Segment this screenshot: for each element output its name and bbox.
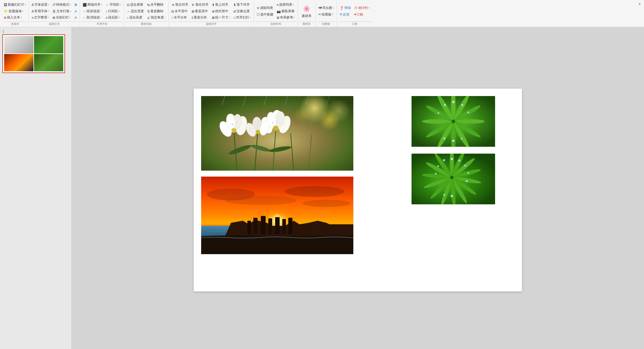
thumb-photo-green1: [34, 36, 63, 53]
svg-point-67: [303, 200, 350, 207]
subscribe-button[interactable]: ♥ 订购: [353, 11, 371, 18]
svg-point-98: [458, 159, 460, 161]
h-distribute-button[interactable]: ⫶ 水平分布: [170, 15, 190, 21]
svg-point-65: [285, 186, 344, 197]
swap-pos-button[interactable]: ⇄ 交换位置: [232, 8, 252, 15]
thumb-photo-flowers: [4, 36, 33, 53]
svg-point-38: [277, 121, 278, 122]
cancel-indent-button[interactable]: ← 取消缩进 ▾: [81, 15, 104, 21]
ribbon-toolbar: 🖼 新建幻灯片 ▾ 📁 批量媒体 ▾ A 插入文本 ▾: [0, 1, 644, 27]
canvas-area: [72, 27, 644, 349]
insert-text-button[interactable]: A 插入文本 ▾: [2, 15, 27, 21]
screenshot-button[interactable]: 📷 截取屏幕: [275, 8, 296, 15]
align-bottom-button[interactable]: ⬇ 靠下对齐: [232, 2, 252, 8]
feedback-button[interactable]: ✉ 反馈: [338, 11, 352, 18]
align-slide-button[interactable]: □ 对齐幻灯 ▾: [232, 15, 252, 21]
photo-green1[interactable]: [412, 96, 495, 147]
select-same-button[interactable]: ≡ 选择同类 ▾: [275, 2, 296, 8]
svg-rect-78: [268, 218, 272, 234]
v-flip-button[interactable]: ⇅ 垂直翻转: [146, 8, 167, 15]
ribbon-group-media: 🖼 新建幻灯片 ▾ 📁 批量媒体 ▾ A 插入文本 ▾: [1, 1, 29, 26]
countdown-button[interactable]: ⏱ 倒计时 ▾: [353, 5, 371, 11]
layout-ref-button[interactable]: ⊞ 布局参考 ▾: [275, 15, 296, 21]
para-after-button[interactable]: ≡ 段后距 ▾: [104, 15, 123, 21]
spacing-group-label: 常用字距: [81, 21, 123, 26]
svg-point-4: [294, 105, 312, 123]
align-right-button[interactable]: ⫸ 靠右对齐: [190, 2, 210, 8]
batch-media-button[interactable]: 📁 批量媒体 ▾: [2, 8, 27, 15]
slide-panel: 1: [0, 27, 72, 349]
h-flip-button[interactable]: ⇆ 水平翻转: [146, 2, 167, 8]
photo-green2[interactable]: [412, 154, 495, 204]
svg-point-97: [451, 158, 453, 160]
v-center-button[interactable]: ⊞ 垂直居中: [190, 8, 210, 15]
material-lib-button[interactable]: 🌸 素材库: [299, 3, 314, 20]
ribbon-group-material: 🌸 素材库 素材库: [298, 1, 316, 26]
uniform-size-button[interactable]: ⊠ 统一尺寸 ▾: [210, 15, 232, 21]
svg-point-66: [225, 196, 297, 205]
svg-rect-77: [261, 216, 266, 234]
select-new-button[interactable]: ☐ 选中新建: [255, 11, 275, 18]
common-font-button[interactable]: A 常用字体 ▾: [30, 8, 51, 15]
line-spacing-button[interactable]: ↕ 行间距 ▾: [104, 8, 123, 15]
help-button[interactable]: ❓ 帮助: [338, 5, 352, 11]
svg-point-57: [452, 140, 455, 142]
bold-button[interactable]: B: [73, 2, 78, 8]
ribbon-group-layout: ✕ 清除同类 ☐ 选中新建 ≡ 选择同类 ▾ 📷: [254, 1, 298, 26]
svg-point-99: [464, 165, 466, 166]
fit-height-button[interactable]: ↕ 适合高度: [125, 15, 145, 21]
h-center-button[interactable]: ⊟ 水平居中: [170, 8, 190, 15]
clear-same-button[interactable]: ✕ 清除同类: [255, 5, 275, 11]
layout-group-label: 选择布局: [255, 21, 296, 26]
drawing-group-label: 绘图板: [317, 21, 335, 26]
font-setting-button[interactable]: A 字体设置 ▾: [30, 2, 51, 8]
svg-point-58: [461, 138, 463, 140]
font-a2-button[interactable]: A: [73, 15, 78, 21]
v-distribute-button[interactable]: ⫵ 垂直分布: [190, 15, 210, 21]
svg-point-37: [272, 122, 274, 123]
slide-canvas[interactable]: [194, 89, 522, 291]
text-scatter-button[interactable]: 亚 文本打散 ▾: [51, 8, 73, 15]
new-slide-button[interactable]: 🖼 新建幻灯片 ▾: [2, 2, 27, 8]
photo-sunset[interactable]: [201, 177, 353, 254]
ribbon-group-supertext: A 字体设置 ▾ A 常用字体 ▾ ≡ 文字整理 ▾: [29, 1, 80, 26]
ribbon-group-order: ❓ 帮助 ✉ 反馈 ⏱ 倒计时 ▾ ♥: [337, 1, 372, 26]
align-top-button[interactable]: ⬆ 靠上对齐: [210, 2, 232, 8]
slide-thumbnail[interactable]: [2, 34, 65, 73]
svg-point-3: [326, 99, 350, 123]
svg-point-24: [273, 126, 278, 131]
ribbon: 🖼 新建幻灯片 ▾ 📁 批量媒体 ▾ A 插入文本 ▾: [0, 0, 644, 27]
shape-zoom-group-label: 图形缩放: [125, 21, 167, 26]
svg-point-56: [437, 112, 439, 114]
svg-point-101: [466, 180, 468, 182]
svg-rect-81: [288, 218, 292, 234]
current-slide-button[interactable]: ⊞ 当前幻灯 ▾: [51, 15, 73, 21]
svg-rect-76: [253, 218, 258, 234]
fit-screen-button[interactable]: ⊡ 适合屏幕: [125, 2, 145, 8]
svg-point-28: [256, 130, 260, 134]
para-indent-button[interactable]: → 段首缩进 ▾: [81, 8, 104, 15]
svg-point-59: [443, 137, 446, 139]
abs-center-button[interactable]: ⊕ 绝对居中: [210, 8, 232, 15]
align-justify-button[interactable]: ⬛ 两端对齐 ▾: [81, 2, 104, 8]
svg-point-102: [443, 159, 445, 161]
svg-rect-80: [282, 219, 286, 234]
export-map-button[interactable]: 🗺 导出图 ▾: [317, 5, 335, 11]
align-left-button[interactable]: ⫷ 靠左对齐: [170, 2, 190, 8]
char-spacing-button[interactable]: ↔ 字间距 ▾: [104, 2, 123, 8]
ribbon-group-shape-zoom: ⊡ 适合屏幕 ↔ 适合宽度 ↕ 适合高度 ⇆ 水平翻转: [124, 1, 169, 26]
special-format-button[interactable]: IT 特殊格式 ▾: [51, 2, 73, 8]
text-layout-button[interactable]: ≡ 文字整理 ▾: [30, 15, 51, 21]
thumb-photo-green2: [34, 54, 63, 71]
svg-rect-75: [247, 221, 251, 234]
material-group-label: 素材库: [299, 21, 314, 26]
ribbon-group-drawing: 🗺 导出图 ▾ ✏ 绘图板 ▾ 绘图板: [316, 1, 337, 26]
svg-point-105: [451, 195, 453, 197]
fit-width-button[interactable]: ↔ 适合宽度: [125, 8, 145, 15]
point-angle-button[interactable]: ∠ 指定角度 ▾: [146, 15, 167, 21]
svg-point-35: [232, 123, 233, 125]
photo-flowers[interactable]: [201, 96, 353, 171]
drawing-board-button[interactable]: ✏ 绘图板 ▾: [317, 11, 335, 18]
ribbon-collapse-button[interactable]: ∧: [637, 1, 643, 7]
font-a1-button[interactable]: A: [73, 8, 78, 15]
